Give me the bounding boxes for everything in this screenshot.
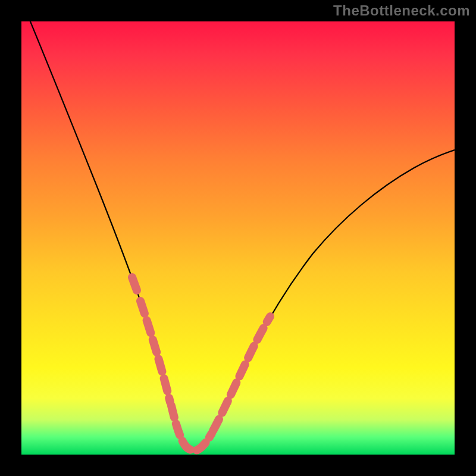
chart-frame: TheBottleneck.com [0, 0, 476, 476]
plot-area [21, 21, 455, 455]
curve-layer [21, 21, 455, 455]
highlight-bottom-dashes [171, 406, 212, 450]
watermark-text: TheBottleneck.com [333, 2, 470, 19]
highlight-left-dashes [140, 301, 170, 402]
highlight-left-dash-upper [132, 277, 137, 290]
highlight-right-dashes [213, 317, 270, 431]
